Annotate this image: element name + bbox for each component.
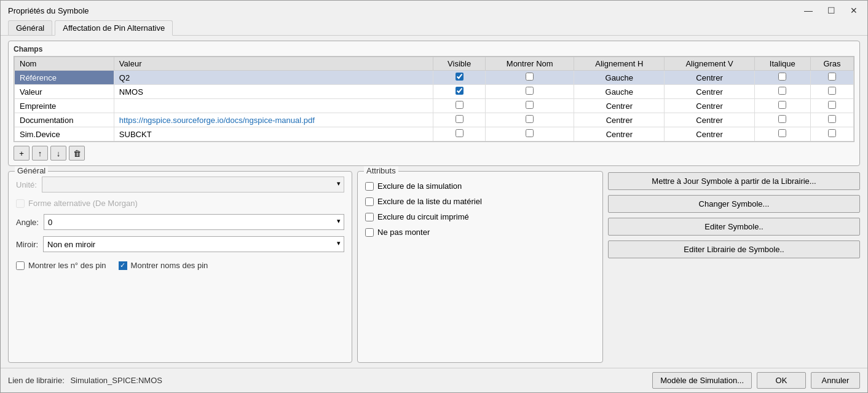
cell-valeur[interactable] — [114, 99, 433, 113]
gras-checkbox[interactable] — [828, 73, 836, 81]
visible-checkbox[interactable] — [456, 87, 464, 95]
exclure_liste-checkbox[interactable] — [365, 197, 374, 206]
montrer-nom-checkbox[interactable] — [526, 129, 534, 137]
montrer-nom-checkbox[interactable] — [526, 115, 534, 123]
table-header-row: Nom Valeur Visible Montrer Nom Alignemen… — [15, 57, 854, 71]
gras-checkbox[interactable] — [828, 115, 836, 123]
cell-alignement-v: Centrer — [665, 85, 754, 99]
visible-checkbox[interactable] — [456, 115, 464, 123]
cell-italique — [754, 127, 810, 141]
exclure_circuit-checkbox[interactable] — [365, 213, 374, 221]
cell-montrer-nom — [486, 99, 574, 113]
ok-button[interactable]: OK — [757, 372, 806, 389]
titlebar: Propriétés du Symbole — ☐ ✕ — [1, 1, 867, 18]
modele-simulation-button[interactable]: Modèle de Simulation... — [652, 372, 752, 389]
table-row[interactable]: Sim.DeviceSUBCKTCentrerCentrer — [15, 127, 854, 141]
col-alignement-h: Alignement H — [574, 57, 665, 71]
forme-alt-checkbox[interactable] — [16, 199, 25, 208]
move-down-button[interactable]: ↓ — [50, 146, 66, 161]
italique-checkbox[interactable] — [778, 101, 786, 109]
cell-nom: Sim.Device — [15, 127, 114, 141]
window-title: Propriétés du Symbole — [8, 6, 89, 15]
angle-row: Angle: 0 — [16, 214, 344, 230]
col-gras: Gras — [810, 57, 853, 71]
cell-gras — [810, 85, 853, 99]
exclure_sim-label: Exclure de la simulation — [377, 181, 462, 191]
visible-checkbox[interactable] — [456, 129, 464, 137]
angle-select[interactable]: 0 — [44, 214, 344, 230]
col-italique: Italique — [754, 57, 810, 71]
cell-valeur[interactable]: NMOS — [114, 85, 433, 99]
champs-label: Champs — [14, 45, 854, 54]
ne_pas_monter-checkbox[interactable] — [365, 228, 374, 237]
champs-section: Champs Nom Valeur Visible Montrer Nom Al… — [8, 41, 860, 166]
angle-select-wrapper: 0 — [44, 214, 344, 230]
tab-general[interactable]: Général — [8, 20, 52, 35]
gras-checkbox[interactable] — [828, 87, 836, 95]
cell-valeur[interactable]: https://ngspice.sourceforge.io/docs/ngsp… — [114, 113, 433, 127]
table-row[interactable]: Documentationhttps://ngspice.sourceforge… — [15, 113, 854, 127]
maximize-button[interactable]: ☐ — [825, 6, 838, 15]
footer-lien: Lien de librairie: Simulation_SPICE:NMOS — [8, 376, 162, 385]
cell-visible — [433, 71, 485, 85]
montrer-pins-label: Montrer les n° des pin — [28, 261, 106, 270]
close-button[interactable]: ✕ — [848, 6, 860, 15]
montrer-noms-label: Montrer noms des pin — [131, 261, 208, 270]
move-up-button[interactable]: ↑ — [32, 146, 48, 161]
footer: Lien de librairie: Simulation_SPICE:NMOS… — [1, 368, 867, 392]
cell-valeur[interactable]: SUBCKT — [114, 127, 433, 141]
montrer-nom-checkbox[interactable] — [526, 87, 534, 95]
cell-valeur[interactable]: Q2 — [114, 71, 433, 85]
table-row[interactable]: ValeurNMOSGaucheCentrer — [15, 85, 854, 99]
table-row[interactable]: RéférenceQ2GaucheCentrer — [15, 71, 854, 85]
attribut-item-exclure_liste: Exclure de la liste du matériel — [365, 197, 595, 206]
champs-table: Nom Valeur Visible Montrer Nom Alignemen… — [14, 57, 854, 141]
montrer-nom-checkbox[interactable] — [526, 101, 534, 109]
annuler-button[interactable]: Annuler — [811, 372, 860, 389]
col-valeur: Valeur — [114, 57, 433, 71]
cell-italique — [754, 71, 810, 85]
miroir-select[interactable]: Non en miroir — [43, 236, 344, 252]
editer-librairie-button[interactable]: Editer Librairie de Symbole.. — [608, 240, 860, 258]
cell-alignement-v: Centrer — [665, 127, 754, 141]
montrer-noms-checkbox-checked[interactable] — [119, 261, 127, 270]
exclure_sim-checkbox[interactable] — [365, 182, 374, 191]
mettre-a-jour-button[interactable]: Mettre à Jour Symbole à partir de la Lib… — [608, 172, 860, 190]
miroir-row: Miroir: Non en miroir — [16, 236, 344, 252]
cell-nom: Valeur — [15, 85, 114, 99]
gras-checkbox[interactable] — [828, 101, 836, 109]
minimize-button[interactable]: — — [802, 6, 815, 15]
cell-montrer-nom — [486, 113, 574, 127]
visible-checkbox[interactable] — [456, 101, 464, 109]
italique-checkbox[interactable] — [778, 115, 786, 123]
delete-row-button[interactable]: 🗑 — [69, 146, 85, 161]
exclure_circuit-label: Exclure du circuit imprimé — [377, 212, 469, 221]
attributs-list: Exclure de la simulationExclure de la li… — [365, 177, 595, 237]
changer-symbole-button[interactable]: Changer Symbole... — [608, 195, 860, 213]
gras-checkbox[interactable] — [828, 129, 836, 137]
general-section-label: Général — [15, 166, 48, 175]
unite-select[interactable] — [42, 177, 344, 193]
editer-symbole-button[interactable]: Editer Symbole.. — [608, 218, 860, 236]
italique-checkbox[interactable] — [778, 129, 786, 137]
col-montrer-nom: Montrer Nom — [486, 57, 574, 71]
cell-gras — [810, 99, 853, 113]
cell-italique — [754, 99, 810, 113]
montrer-nom-checkbox[interactable] — [526, 73, 534, 81]
tab-pin-affectation[interactable]: Affectation de Pin Alternative — [55, 20, 173, 36]
ne_pas_monter-label: Ne pas monter — [377, 228, 430, 237]
cell-montrer-nom — [486, 71, 574, 85]
visible-checkbox[interactable] — [456, 73, 464, 81]
montrer-pins-checkbox[interactable] — [16, 261, 25, 270]
exclure_liste-label: Exclure de la liste du matériel — [377, 197, 482, 206]
angle-label: Angle: — [16, 218, 39, 227]
champs-table-container[interactable]: Nom Valeur Visible Montrer Nom Alignemen… — [14, 56, 854, 142]
add-row-button[interactable]: + — [14, 146, 30, 161]
cell-visible — [433, 85, 485, 99]
montrer-noms-row: Montrer noms des pin — [119, 261, 208, 270]
col-visible: Visible — [433, 57, 485, 71]
table-row[interactable]: EmpreinteCentrerCentrer — [15, 99, 854, 113]
italique-checkbox[interactable] — [778, 87, 786, 95]
cell-alignement-h: Centrer — [574, 99, 665, 113]
italique-checkbox[interactable] — [778, 73, 786, 81]
